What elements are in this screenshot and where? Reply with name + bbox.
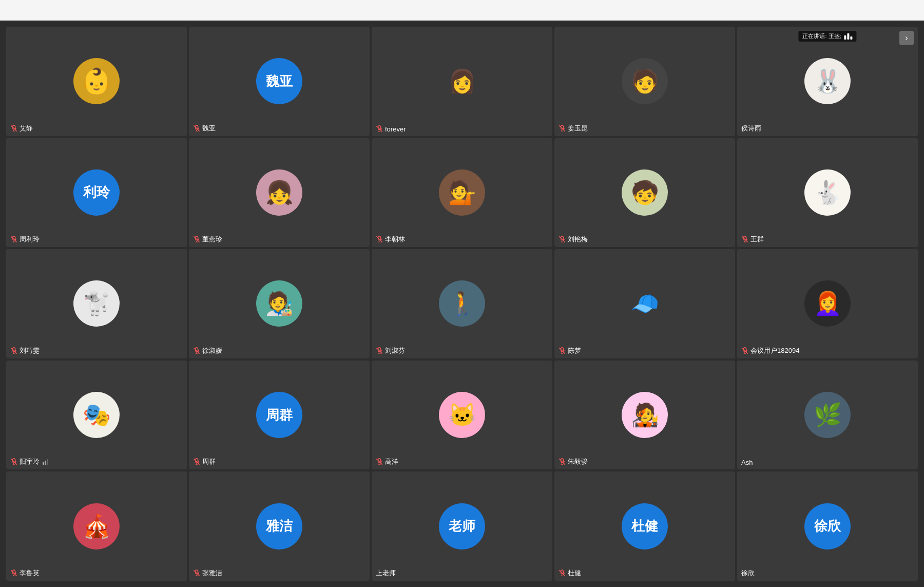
avatar: 周群 [256, 392, 302, 438]
participant-name: 刘巧雯 [10, 346, 40, 355]
avatar: 🐩 [73, 280, 120, 327]
signal-bars [43, 459, 48, 465]
participant-cell: 正在讲话: 王茎; › 🐰 侯诗雨 [737, 27, 918, 136]
mic-off-icon [193, 236, 200, 243]
participant-cell: 🚶 刘淑芬 [372, 249, 552, 358]
participant-cell: 老师 上老师 [372, 471, 552, 581]
titlebar [0, 0, 924, 21]
participant-name: 周利玲 [10, 235, 40, 244]
avatar: 🧑 [622, 58, 668, 104]
mic-off-icon [376, 347, 383, 354]
participant-cell: 🧢 陈梦 [554, 249, 735, 358]
mic-off-icon [559, 570, 566, 577]
mic-off-icon [10, 347, 17, 354]
mic-off-icon [741, 347, 748, 354]
participant-name: 陈梦 [559, 346, 581, 355]
participant-cell: 🧑‍🎤 朱毅骏 [554, 361, 735, 470]
avatar: 👩 [439, 58, 485, 104]
avatar: 🐱 [439, 392, 485, 438]
mic-off-icon [559, 347, 566, 354]
participant-name: 会议用户182094 [741, 346, 799, 355]
participant-cell: 徐欣 徐欣 [737, 471, 918, 581]
avatar: 🧒 [622, 169, 668, 216]
mic-off-icon [376, 458, 383, 465]
participant-cell: 🐱 高洋 [372, 361, 552, 470]
participant-name: Ash [741, 459, 753, 466]
mic-off-icon [193, 125, 200, 132]
mic-off-icon [193, 570, 200, 577]
mic-off-icon [376, 236, 383, 243]
mic-off-icon [10, 125, 17, 132]
avatar: 魏亚 [256, 58, 302, 104]
participant-name: 艾静 [10, 124, 33, 133]
participant-name: 杜健 [559, 569, 581, 578]
participant-name: 周群 [193, 457, 216, 466]
avatar: 雅洁 [256, 503, 302, 550]
participant-name: 朱毅骏 [559, 457, 588, 466]
avatar: 🧑‍🎨 [256, 280, 302, 327]
participant-name: 徐淑媛 [193, 346, 222, 355]
close-button[interactable] [907, 6, 916, 15]
avatar: 老师 [439, 503, 485, 550]
avatar: 👧 [256, 169, 302, 216]
participant-cell: 💁 李朝林 [372, 138, 552, 248]
speaking-indicator [844, 33, 853, 40]
participant-name: 张雅洁 [193, 569, 222, 578]
avatar: 🧢 [622, 280, 668, 327]
participant-cell: 👩 forever [372, 27, 552, 136]
mic-off-icon [10, 570, 17, 577]
participant-name: 侯诗雨 [741, 124, 761, 133]
participant-cell: 杜健 杜健 [554, 471, 735, 581]
mic-off-icon [559, 125, 566, 132]
participant-cell: 🧒 刘艳梅 [554, 138, 735, 248]
mic-off-icon [559, 236, 566, 243]
mic-off-icon [193, 347, 200, 354]
avatar: 徐欣 [804, 503, 851, 550]
window-controls [872, 6, 916, 15]
mic-off-icon [10, 458, 17, 465]
participant-cell: 🧑 姜玉昆 [554, 27, 735, 136]
avatar: 🧑‍🎤 [622, 392, 668, 438]
avatar: 🌿 [804, 392, 851, 438]
maximize-button[interactable] [889, 6, 898, 15]
minimize-button[interactable] [872, 6, 881, 15]
avatar: 👶 [73, 58, 120, 104]
participant-name: forever [376, 125, 406, 133]
avatar: 利玲 [73, 169, 120, 216]
participant-cell: 利玲 周利玲 [6, 138, 187, 248]
avatar: 🎪 [73, 503, 120, 550]
main-area: 👶 艾静 魏亚 魏亚 👩 forever 🧑 姜玉昆 正在讲话: 王茎; [0, 21, 924, 587]
active-speaker-badge: 正在讲话: 王茎; [798, 31, 856, 42]
participant-cell: 👧 董燕珍 [189, 138, 370, 248]
participant-name: 高洋 [376, 457, 398, 466]
participant-cell: 魏亚 魏亚 [189, 27, 370, 136]
participant-name: 董燕珍 [193, 235, 222, 244]
participant-name: 徐欣 [741, 569, 755, 578]
participant-cell: 🌿 Ash [737, 361, 918, 470]
participant-name: 阳宇玲 [10, 457, 48, 466]
participant-name: 魏亚 [193, 124, 216, 133]
participant-name: 李鲁英 [10, 569, 40, 578]
participant-cell: 👩‍🦰 会议用户182094 [737, 249, 918, 358]
next-button[interactable]: › [899, 31, 914, 45]
avatar: 🚶 [439, 280, 485, 327]
mic-off-icon [559, 458, 566, 465]
speaker-label: 正在讲话: 王茎; [802, 32, 841, 40]
participants-grid: 👶 艾静 魏亚 魏亚 👩 forever 🧑 姜玉昆 正在讲话: 王茎; [6, 27, 918, 581]
participant-name: 李朝林 [376, 235, 405, 244]
participant-cell: 🧑‍🎨 徐淑媛 [189, 249, 370, 358]
participant-name: 王群 [741, 235, 764, 244]
mic-off-icon [193, 458, 200, 465]
avatar: 🎭 [73, 392, 120, 438]
participant-cell: 雅洁 张雅洁 [189, 471, 370, 581]
avatar: 👩‍🦰 [804, 280, 851, 327]
mic-off-icon [376, 125, 383, 132]
participant-name: 刘艳梅 [559, 235, 588, 244]
participant-cell: 🐩 刘巧雯 [6, 249, 187, 358]
participant-name: 姜玉昆 [559, 124, 588, 133]
participant-name: 上老师 [376, 569, 396, 578]
participant-cell: 👶 艾静 [6, 27, 187, 136]
mic-off-icon [10, 236, 17, 243]
avatar: 杜健 [622, 503, 668, 550]
mic-off-icon [741, 236, 748, 243]
